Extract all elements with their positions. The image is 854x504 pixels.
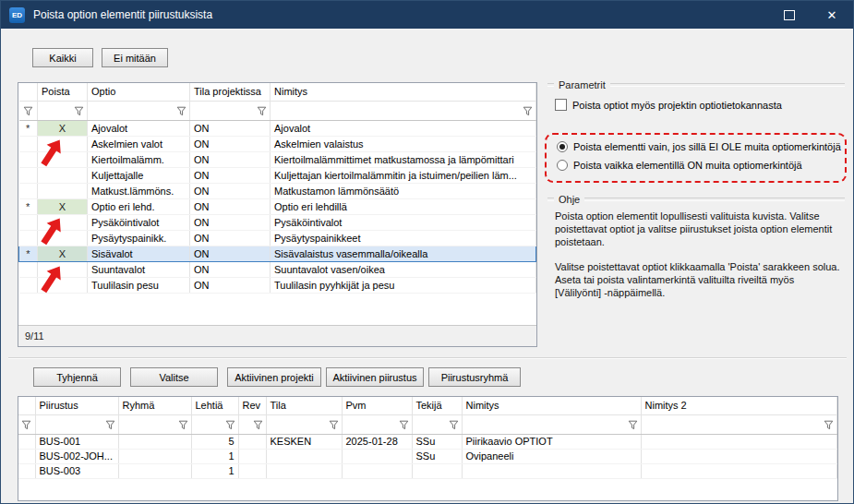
filter-cell[interactable] <box>412 414 462 434</box>
filter-cell[interactable] <box>118 414 191 434</box>
nimitys2-cell[interactable] <box>641 449 837 463</box>
rev-cell[interactable] <box>238 449 266 463</box>
poista-cell[interactable] <box>38 151 88 167</box>
poista-cell[interactable]: X <box>38 198 88 214</box>
column-header-ryhma[interactable]: Ryhmä <box>118 397 191 414</box>
filter-cell[interactable] <box>342 414 412 434</box>
drawing-group-button[interactable]: Piirustusryhmä <box>428 367 521 387</box>
filter-cell[interactable] <box>641 414 837 434</box>
tekija-cell[interactable]: SSu <box>412 449 462 463</box>
option-row[interactable]: Kuljettajalle ON Kuljettajan kiertoilmal… <box>19 167 536 183</box>
column-header-poista[interactable]: Poista <box>38 83 88 101</box>
tila-cell[interactable]: ON <box>190 183 271 198</box>
filter-cell[interactable] <box>191 414 238 434</box>
rev-cell[interactable] <box>238 434 266 449</box>
option-row[interactable]: * X Optio eri lehd. ON Optio eri lehdill… <box>19 198 536 214</box>
nimitys-cell[interactable]: Askelmien valaistus <box>271 136 536 151</box>
optio-cell[interactable]: Kuljettajalle <box>88 167 190 183</box>
column-header-tila[interactable]: Tila <box>266 397 342 414</box>
filter-cell[interactable] <box>238 414 266 434</box>
pvm-cell[interactable] <box>342 449 412 463</box>
nimitys2-cell[interactable] <box>641 463 837 478</box>
drawing-row[interactable]: BUS-003 1 <box>18 463 837 478</box>
lehtia-cell[interactable]: 5 <box>191 434 238 449</box>
active-project-button[interactable]: Aktiivinen projekti <box>227 367 321 387</box>
filter-cell[interactable] <box>35 414 118 434</box>
clear-button[interactable]: Tyhjennä <box>33 367 121 387</box>
poista-cell[interactable] <box>38 230 88 246</box>
piirustus-cell[interactable]: BUS-003 <box>35 463 118 478</box>
radio-delete-only-if-no-other-marks[interactable]: Poista elementti vain, jos sillä EI OLE … <box>557 141 841 152</box>
poista-cell[interactable]: X <box>38 246 88 261</box>
poista-cell[interactable] <box>38 136 88 151</box>
tekija-cell[interactable] <box>412 463 462 478</box>
column-header-pvm[interactable]: Pvm <box>342 397 412 414</box>
optio-cell[interactable]: Kiertoilmalämm. <box>88 151 190 167</box>
active-drawing-button[interactable]: Aktiivinen piirustus <box>326 367 424 387</box>
column-header-tila-projektissa[interactable]: Tila projektissa <box>190 83 271 101</box>
poista-cell[interactable] <box>38 167 88 183</box>
nimitys-cell[interactable]: Pysäytyspainikkeet <box>271 230 536 246</box>
poista-cell[interactable] <box>38 214 88 230</box>
tekija-cell[interactable]: SSu <box>412 434 462 449</box>
filter-cell[interactable] <box>266 414 342 434</box>
option-row[interactable]: * X Ajovalot ON Ajovalot <box>19 120 536 136</box>
option-row[interactable]: Kiertoilmalämm. ON Kiertoilmalämmittimet… <box>19 151 536 167</box>
filter-cell[interactable] <box>19 101 38 120</box>
radio-label[interactable]: Poista elementti vain, jos sillä EI OLE … <box>573 141 841 152</box>
column-header-piirustus[interactable]: Piirustus <box>35 397 118 414</box>
poista-cell[interactable] <box>38 183 88 198</box>
lehtia-cell[interactable]: 1 <box>191 463 238 478</box>
nimitys-cell[interactable]: Sisävalaistus vasemmalla/oikealla <box>271 246 536 261</box>
checkbox[interactable] <box>555 99 567 111</box>
nimitys2-cell[interactable] <box>641 434 837 449</box>
filter-cell[interactable] <box>88 101 190 120</box>
filter-cell[interactable] <box>190 101 271 120</box>
column-header-tekija[interactable]: Tekijä <box>412 397 462 414</box>
tila-cell[interactable]: ON <box>190 261 271 277</box>
column-header-rev[interactable]: Rev <box>238 397 266 414</box>
ryhma-cell[interactable] <box>118 463 191 478</box>
radio-delete-even-if-other-marks[interactable]: Poista vaikka elementillä ON muita optio… <box>557 160 802 171</box>
nimitys-cell[interactable]: Suuntavalot vasen/oikea <box>271 261 536 277</box>
option-row[interactable]: Suuntavalot ON Suuntavalot vasen/oikea <box>19 261 536 277</box>
select-none-button[interactable]: Ei mitään <box>102 48 168 67</box>
nimitys-cell[interactable]: Piirikaavio OPTIOT <box>462 434 641 449</box>
select-all-button[interactable]: Kaikki <box>32 48 93 67</box>
nimitys-cell[interactable]: Kuljettajan kiertoilmalämmitin ja istuim… <box>271 167 536 183</box>
tila-cell[interactable]: ON <box>190 136 271 151</box>
close-button[interactable]: ✕ <box>811 1 853 29</box>
column-header-nimitys2[interactable]: Nimitys 2 <box>641 397 837 414</box>
pvm-cell[interactable]: 2025-01-28 <box>342 434 412 449</box>
nimitys-cell[interactable]: Ajovalot <box>271 120 536 136</box>
tila-cell[interactable]: ON <box>190 230 271 246</box>
drawing-row[interactable]: BUS-001 5 KESKEN 2025-01-28 SSu Piirikaa… <box>18 434 837 449</box>
radio-label[interactable]: Poista vaikka elementillä ON muita optio… <box>573 160 802 171</box>
lehtia-cell[interactable]: 1 <box>191 449 238 463</box>
option-row[interactable]: Askelmien valot ON Askelmien valaistus <box>19 136 536 151</box>
optio-cell[interactable]: Sisävalot <box>88 246 190 261</box>
tila-cell[interactable] <box>266 463 342 478</box>
nimitys-cell[interactable] <box>462 463 641 478</box>
drawing-row[interactable]: BUS-002-JOH... 1 SSu Ovipaneeli <box>18 449 837 463</box>
nimitys-cell[interactable]: Kiertoilmalämmittimet matkustamossa ja l… <box>271 151 536 167</box>
nimitys-cell[interactable]: Pysäköintivalot <box>271 214 536 230</box>
column-header-lehtia[interactable]: Lehtiä <box>191 397 238 414</box>
delete-from-optiondb-checkbox-row[interactable]: Poista optiot myös projektin optiotietok… <box>555 99 841 111</box>
column-header-optio[interactable]: Optio <box>88 83 190 101</box>
optio-cell[interactable]: Matkust.lämmöns. <box>88 183 190 198</box>
maximize-button[interactable] <box>768 1 811 29</box>
option-row[interactable]: Pysäytyspainikk. ON Pysäytyspainikkeet <box>19 230 536 246</box>
pvm-cell[interactable] <box>342 463 412 478</box>
piirustus-cell[interactable]: BUS-001 <box>35 434 118 449</box>
filter-cell[interactable] <box>462 414 641 434</box>
option-row-selected[interactable]: * X Sisävalot ON Sisävalaistus vasemmall… <box>19 246 536 261</box>
tila-cell[interactable]: KESKEN <box>266 434 342 449</box>
tila-cell[interactable]: ON <box>190 246 271 261</box>
optio-cell[interactable]: Pysäytyspainikk. <box>88 230 190 246</box>
piirustus-cell[interactable]: BUS-002-JOH... <box>35 449 118 463</box>
tila-cell[interactable] <box>266 449 342 463</box>
tila-cell[interactable]: ON <box>190 167 271 183</box>
tila-cell[interactable]: ON <box>190 277 271 293</box>
option-row[interactable]: Pysäköintivalot ON Pysäköintivalot <box>19 214 536 230</box>
